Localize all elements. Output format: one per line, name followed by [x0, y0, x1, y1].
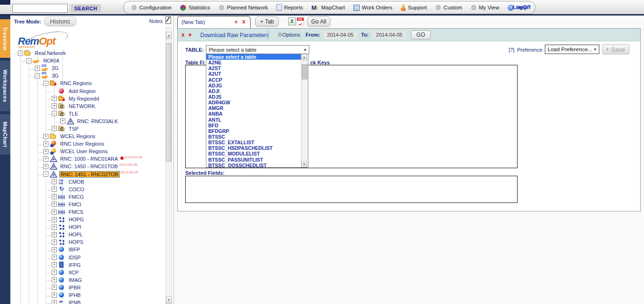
tree-scrollbar[interactable]: ▲ ▼	[165, 27, 172, 304]
tree-node-label[interactable]: FMCS	[68, 209, 84, 215]
menu-item-planned-network[interactable]: ⚙Planned Network	[219, 4, 268, 11]
panel-add-icon[interactable]: +	[188, 31, 192, 39]
tree-node-label[interactable]: 3G	[51, 73, 60, 78]
rail-tab-mapchart[interactable]: MapChart	[0, 114, 10, 155]
tree-expander-collapsed[interactable]: +	[52, 103, 57, 109]
dropdown-option-adjg[interactable]: ADJG	[206, 83, 308, 88]
dropdown-option-btssc-modulelist[interactable]: BTSSC_MODULELIST	[206, 151, 308, 156]
pdf-export-icon[interactable]	[297, 17, 304, 25]
tree-expander-collapsed[interactable]: +	[52, 247, 57, 252]
scroll-up-icon[interactable]: ▲	[166, 32, 172, 39]
tree-expander-collapsed[interactable]: +	[52, 262, 57, 267]
tree-node-label[interactable]: HOPI	[68, 224, 82, 230]
dropdown-option-bfd[interactable]: BFD	[206, 123, 308, 128]
tree-expander-collapsed[interactable]: +	[52, 202, 57, 207]
dropdown-option-accp[interactable]: ACCP	[206, 77, 308, 83]
tree-node-label[interactable]: HOPL	[68, 232, 84, 237]
tree-node-label[interactable]: NETWORK	[68, 103, 96, 109]
menu-item-my-view[interactable]: ⚙My View	[471, 4, 499, 11]
tree-node-label[interactable]: IPHB	[68, 292, 82, 298]
dropdown-option-amgr[interactable]: AMGR	[206, 105, 308, 111]
tree-node-label[interactable]: TSP	[68, 126, 79, 132]
dropdown-option-btssc-extallist[interactable]: BTSSC_EXTALLIST	[206, 140, 308, 145]
tree-expander-collapsed[interactable]: +	[52, 270, 57, 275]
scroll-down-icon[interactable]: ▼	[301, 161, 307, 167]
tree-mode-button[interactable]: Historic	[44, 16, 76, 26]
tree-node-label[interactable]: RNC: 1000 - RNC01ARA	[59, 156, 119, 162]
tree-expander-collapsed[interactable]: +	[35, 66, 40, 71]
tree-expander-collapsed[interactable]: +	[43, 156, 48, 162]
options-button[interactable]: ⚙Options	[277, 31, 300, 38]
tree-expander-collapsed[interactable]: +	[52, 255, 57, 260]
tree-expander-expanded[interactable]: −	[43, 171, 48, 177]
tree-expander-collapsed[interactable]: +	[52, 285, 57, 290]
dropdown-scrollbar[interactable]: ▲ ▼	[301, 54, 308, 167]
tree-expander-collapsed[interactable]: +	[52, 179, 57, 184]
preference-select[interactable]: Load Preference... ▼	[545, 45, 599, 54]
rail-tab-workspaces[interactable]: Workspaces	[0, 61, 10, 111]
dropdown-option-adjs[interactable]: ADJS	[206, 94, 308, 100]
menu-item-configuration[interactable]: ⚙Configuration	[131, 4, 172, 11]
rail-tab-treeview[interactable]: Treeview	[0, 19, 10, 58]
tree-expander-collapsed[interactable]: +	[43, 149, 48, 154]
tree-node-label[interactable]: CMOB	[68, 179, 85, 185]
search-input[interactable]	[12, 4, 68, 13]
tab-close-icon[interactable]: x	[242, 18, 245, 25]
tree-node-label[interactable]: 2G	[51, 65, 60, 71]
tree-expander-collapsed[interactable]: +	[43, 134, 48, 139]
tree-expander-expanded[interactable]: −	[18, 51, 23, 56]
search-button[interactable]: SEARCH	[71, 4, 101, 13]
tree-node-label[interactable]: FMCI	[68, 202, 82, 207]
tree-expander-collapsed[interactable]: +	[43, 141, 48, 147]
tree-node-label[interactable]: RNC Regions	[59, 80, 93, 86]
tree-node-label[interactable]: IPNB	[68, 300, 82, 304]
tree-node-label[interactable]: RNC: 1451 - RNC02TOB	[59, 171, 120, 178]
tab-new-tab[interactable]: (New Tab) + x	[177, 16, 251, 28]
save-button[interactable]: ▼ Save	[602, 44, 629, 55]
dropdown-option-please-select-a-table[interactable]: Please select a table	[206, 54, 308, 60]
dropdown-option-btssc[interactable]: BTSSC	[206, 134, 308, 140]
selected-fields-box[interactable]	[185, 176, 518, 203]
dropdown-option-adji[interactable]: ADJI	[206, 88, 308, 94]
dropdown-scrollbar-thumb[interactable]	[302, 64, 307, 79]
tree-node-label[interactable]: Real Network	[34, 50, 67, 56]
dropdown-option-antl[interactable]: ANTL	[206, 117, 308, 123]
tree-node-label[interactable]: FMCG	[68, 194, 85, 200]
dropdown-option-adr4gw[interactable]: ADR4GW	[206, 100, 308, 105]
table-select[interactable]: Please select a table ▼	[206, 45, 309, 54]
menu-item-reports[interactable]: Reports	[276, 5, 303, 11]
tree-node-label[interactable]: IFPG	[68, 262, 82, 268]
tree-scrollbar-thumb[interactable]	[166, 43, 172, 162]
tree-expander-collapsed[interactable]: +	[52, 293, 57, 298]
new-tab-button[interactable]: + Tab	[255, 16, 279, 27]
panel-close-icon[interactable]: x	[181, 31, 185, 38]
dropdown-option-a2ut[interactable]: A2UT	[206, 71, 308, 77]
tree-expander-expanded[interactable]: −	[35, 73, 40, 78]
tree-expander-collapsed[interactable]: +	[52, 96, 57, 101]
tree-expander-expanded[interactable]: −	[52, 111, 57, 116]
tree-node-label[interactable]: NOKIA	[42, 58, 60, 63]
menu-item-work-orders[interactable]: Work Orders	[353, 5, 393, 11]
menu-item-support[interactable]: Support	[401, 4, 427, 11]
dropdown-option-anba[interactable]: ANBA	[206, 111, 308, 117]
tree-expander-expanded[interactable]: −	[26, 58, 31, 63]
tree-expander-collapsed[interactable]: +	[52, 126, 57, 131]
tree-expander-collapsed[interactable]: +	[52, 225, 57, 230]
dropdown-option-btssc-passunitlist[interactable]: BTSSC_PASSUNITLIST	[206, 157, 308, 163]
dropdown-option-btssc-hsdpaschedlist[interactable]: BTSSC_HSDPASCHEDLIST	[206, 145, 308, 151]
tree-expander-collapsed[interactable]: +	[52, 210, 57, 215]
logoff-link[interactable]: LogOff	[513, 4, 531, 10]
tree-node-label[interactable]: IICP	[68, 270, 79, 275]
tree-expander-collapsed[interactable]: +	[43, 164, 48, 169]
tree-expander-collapsed[interactable]: +	[52, 277, 57, 282]
tree-node-label[interactable]: HOPS	[68, 239, 84, 245]
scroll-down-icon[interactable]: ▼	[166, 296, 172, 304]
tree-node-label[interactable]: WCEL Regions	[59, 133, 96, 139]
tree-expander-collapsed[interactable]: +	[52, 187, 57, 192]
tree-expander-expanded[interactable]: −	[43, 81, 48, 86]
to-date-field[interactable]: 2014-04-05	[372, 31, 406, 39]
dropdown-option-a2st[interactable]: A2ST	[206, 65, 308, 71]
menu-item-statistics[interactable]: Statistics	[180, 5, 210, 11]
notes-icon[interactable]	[165, 16, 171, 24]
tree-node-label[interactable]: RNC: 1450 - RNC01TOB	[59, 164, 119, 169]
